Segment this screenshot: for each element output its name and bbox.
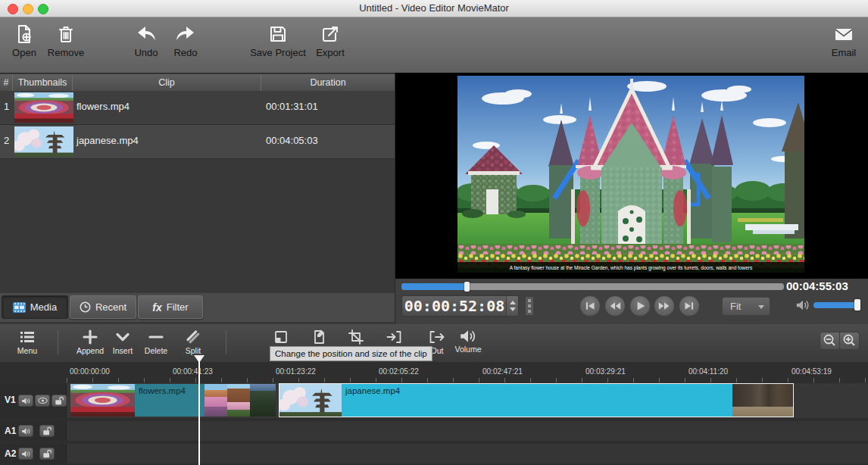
lock-track-button[interactable] [39, 425, 55, 437]
tab-recent-label: Recent [95, 301, 126, 313]
track-name: A1 [5, 426, 16, 436]
insert-button[interactable]: Insert [107, 328, 139, 355]
ruler-timecode: 00:04:53:19 [792, 367, 832, 376]
play-button[interactable] [629, 295, 651, 317]
window-titlebar: Untitled - Video Editor MovieMator [0, 0, 868, 17]
fx-icon: fx [152, 301, 161, 314]
toolbar-separator [58, 330, 58, 354]
clip-end-thumbnail [732, 384, 793, 417]
total-duration: 00:04:55:03 [786, 279, 865, 292]
volume-slider[interactable] [813, 302, 860, 308]
clip-volume-button[interactable]: Volume [449, 328, 487, 354]
clip-name: japanese.mp4 [76, 135, 139, 146]
export-arrow-icon [319, 23, 342, 45]
panel-divider [395, 73, 395, 324]
skip-to-end-button[interactable] [679, 295, 700, 317]
split-label: Split [186, 346, 201, 355]
fit-dropdown[interactable]: Fit [722, 297, 770, 316]
column-thumbnails[interactable]: Thumbnails [13, 74, 73, 91]
ruler-timecode: 00:02:47:21 [482, 367, 523, 376]
eye-icon [38, 398, 48, 404]
lock-open-icon [42, 449, 52, 458]
row-number: 1 [0, 91, 13, 124]
timeline-toolbar: Menu Append Insert Delete Split [0, 324, 868, 363]
redo-button[interactable]: Redo [168, 23, 203, 58]
media-row-japanese[interactable]: 2 japanese.mp4 00:04:05:03 [0, 125, 395, 159]
delete-button[interactable]: Delete [139, 328, 173, 355]
undo-label: Undo [134, 47, 158, 58]
timeline-ruler[interactable]: 00:00:00:00 00:00:41:23 00:01:23:22 00:0… [67, 362, 868, 382]
step-down-icon[interactable] [510, 307, 516, 311]
clip-frame-thumbnail [205, 384, 227, 417]
seek-handle[interactable] [464, 282, 470, 292]
lock-track-button[interactable] [39, 448, 55, 460]
mute-track-button[interactable] [18, 448, 33, 460]
window-title: Untitled - Video Editor MovieMator [0, 0, 868, 17]
append-label: Append [76, 346, 104, 355]
position-size-button[interactable] [263, 328, 299, 346]
tab-media[interactable]: Media [2, 295, 68, 319]
export-button[interactable]: Export [309, 23, 351, 58]
step-up-icon[interactable] [510, 301, 516, 304]
timeline-clip-japanese[interactable]: japanese.mp4 [279, 383, 794, 417]
timecode-spinbox[interactable]: 00:00:52:08 [401, 295, 519, 317]
timeline-clip-flowers[interactable]: flowers.mp4 [70, 384, 276, 417]
playhead-line[interactable] [198, 356, 200, 465]
track-a1-lane[interactable] [67, 421, 868, 441]
track-v1-lane[interactable]: flowers.mp4 japanese.mp4 [67, 383, 868, 418]
magnifier-minus-icon [820, 332, 839, 349]
undo-button[interactable]: Undo [129, 23, 164, 58]
set-in-button[interactable] [376, 328, 412, 346]
clip-frame-thumbnail [227, 384, 250, 417]
skip-to-start-button[interactable] [579, 295, 601, 317]
save-project-button[interactable]: Save Project [248, 23, 308, 58]
timeline: 00:00:00:00 00:00:41:23 00:01:23:22 00:0… [0, 362, 868, 465]
fast-forward-icon [656, 298, 673, 314]
column-clip[interactable]: Clip [73, 74, 261, 91]
rewind-button[interactable] [604, 295, 626, 317]
properties-button[interactable] [301, 328, 337, 346]
floppy-disk-icon [267, 23, 289, 45]
delete-label: Delete [145, 346, 167, 355]
redo-arrow-icon [174, 23, 197, 45]
seek-bar[interactable] [401, 283, 784, 290]
track-a2-lane[interactable] [67, 444, 868, 463]
insert-label: Insert [113, 346, 133, 355]
mark-out-icon [428, 328, 446, 346]
tooltip: Change the position and size of the clip [270, 346, 432, 361]
volume-handle[interactable] [854, 299, 860, 311]
hide-track-button[interactable] [35, 395, 50, 407]
current-timecode: 00:00:52:08 [402, 297, 507, 315]
tab-recent[interactable]: Recent [70, 295, 136, 319]
crop-icon [347, 328, 365, 346]
export-label: Export [316, 47, 345, 58]
tab-filter-label: Filter [167, 301, 189, 313]
fast-forward-button[interactable] [654, 295, 675, 317]
crop-button[interactable] [338, 328, 374, 346]
mute-track-button[interactable] [18, 425, 33, 437]
split-button[interactable]: Split [176, 328, 210, 355]
player-volume-icon[interactable] [795, 298, 810, 312]
timecode-stepper[interactable] [506, 296, 518, 316]
column-number[interactable]: # [0, 74, 13, 91]
column-duration[interactable]: Duration [261, 74, 395, 91]
remove-button[interactable]: Remove [44, 23, 88, 58]
mute-track-button[interactable] [18, 395, 33, 407]
email-button[interactable]: Email [826, 23, 862, 58]
tab-filter[interactable]: fx Filter [138, 295, 203, 319]
ruler-timecode: 00:00:41:23 [173, 367, 213, 376]
clip-end-thumbnail [250, 384, 276, 417]
zoom-in-button[interactable] [839, 332, 860, 350]
clip-start-thumbnail [279, 384, 342, 417]
zoom-out-button[interactable] [820, 332, 840, 350]
rewind-icon [607, 298, 623, 314]
media-row-flowers[interactable]: 1 flowers.mp4 00:01:31:01 [0, 91, 395, 125]
preview-video[interactable]: A fantasy flower house at the Miracle Ga… [457, 76, 804, 273]
lock-track-button[interactable] [52, 395, 67, 407]
timeline-menu-button[interactable]: Menu [9, 328, 45, 355]
row-number: 2 [0, 125, 13, 158]
volume-speaker-icon [459, 328, 477, 345]
append-button[interactable]: Append [71, 328, 109, 355]
track-name: A2 [5, 448, 16, 459]
open-button[interactable]: Open [6, 23, 42, 58]
